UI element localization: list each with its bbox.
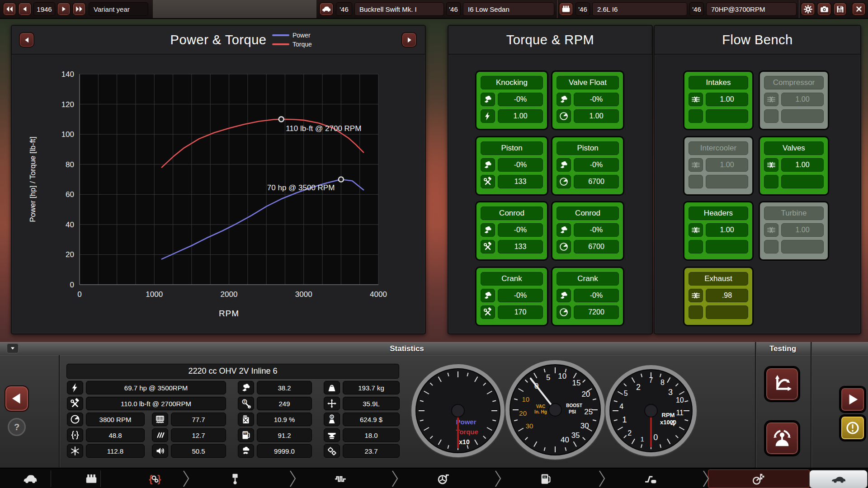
tab-engine-internals[interactable]: {} xyxy=(139,471,171,487)
statistics-label: Statistics xyxy=(371,343,443,355)
card-row: 1.00 xyxy=(764,93,824,106)
back-button[interactable] xyxy=(5,385,29,412)
stat-smoothness: 12.7 xyxy=(171,428,226,442)
stat-rpm: 3800 RPM xyxy=(86,413,145,426)
save-button[interactable] xyxy=(833,2,847,16)
next-year-button[interactable] xyxy=(57,2,71,16)
knock-icon xyxy=(483,291,493,300)
card-row: 1.00 xyxy=(689,158,748,172)
card-valve-float[interactable]: Valve Float-0%1.00 xyxy=(552,71,624,130)
emissions-icon xyxy=(241,446,251,456)
tab-exhaust[interactable] xyxy=(635,471,666,487)
card-turbine[interactable]: Turbine1.00 xyxy=(759,202,829,260)
tab-testing[interactable] xyxy=(743,471,774,487)
card-value: 1.00 xyxy=(781,93,824,106)
card-value: 1.00 xyxy=(706,158,748,172)
trim-name-field[interactable]: I6 Low Sedan xyxy=(463,2,554,16)
chevron-separator-icon xyxy=(183,469,190,488)
stat-bolt: 69.7 hp @ 3500RPM xyxy=(86,381,226,394)
rpm-icon-box xyxy=(557,109,571,123)
tab-bottom-end[interactable] xyxy=(219,471,251,487)
variant-year-value[interactable]: 1946 xyxy=(33,2,55,16)
warnings-button[interactable] xyxy=(840,415,865,441)
card-piston[interactable]: Piston-0%6700 xyxy=(552,136,624,195)
car-preview-button[interactable] xyxy=(809,470,868,488)
empty-value-box xyxy=(706,109,748,123)
prev-graph-button[interactable] xyxy=(19,32,34,47)
car-name-field[interactable]: Buckrell Swift Mk. I xyxy=(354,2,444,16)
svg-text:In. Hg: In. Hg xyxy=(534,409,547,414)
car-icon xyxy=(23,471,38,487)
big-left-icon xyxy=(10,392,24,405)
card-valves[interactable]: Valves1.00 xyxy=(759,136,829,195)
card-exhaust[interactable]: Exhaust.98 xyxy=(684,267,753,326)
dyno-flag-icon xyxy=(752,472,765,486)
card-row: -0% xyxy=(481,289,543,302)
prev-year-button[interactable] xyxy=(18,2,32,16)
stat-size: 35.9L xyxy=(343,397,400,410)
svg-text:}: } xyxy=(157,474,161,484)
tab-aspiration[interactable] xyxy=(427,471,459,487)
stat-fuel-can: 10.9 % xyxy=(257,413,312,426)
tab-car-design[interactable] xyxy=(14,471,46,487)
tab-engine-family[interactable] xyxy=(75,471,107,487)
turbo-icon xyxy=(436,472,450,486)
card-headers[interactable]: Headers1.00 xyxy=(684,202,753,260)
card-value: -0% xyxy=(574,289,619,302)
next-graph-button[interactable] xyxy=(401,32,417,47)
car-icon[interactable] xyxy=(319,2,334,16)
knock-icon-box xyxy=(557,289,571,302)
card-knocking[interactable]: Knocking-0%1.00 xyxy=(476,71,548,130)
engine-variant-name-field[interactable]: 70HP@3700RPM xyxy=(706,2,797,16)
svg-text:20: 20 xyxy=(581,390,590,399)
car-icon xyxy=(321,4,331,14)
card-conrod[interactable]: Conrod-0%6700 xyxy=(552,202,624,260)
size-icon xyxy=(326,398,337,409)
svg-text:15: 15 xyxy=(572,379,580,387)
rpm-sweep-button[interactable] xyxy=(765,421,799,455)
svg-text:110 lb-ft @ 2700 RPM: 110 lb-ft @ 2700 RPM xyxy=(286,124,361,133)
close-button[interactable] xyxy=(852,2,866,16)
card-row: -0% xyxy=(481,93,543,106)
help-button[interactable]: ? xyxy=(8,418,26,436)
card-piston[interactable]: Piston-0%133 xyxy=(476,136,548,195)
tab-valvetrain[interactable] xyxy=(325,471,356,487)
card-intercooler[interactable]: Intercooler1.00 xyxy=(684,136,753,195)
testing-label: Testing xyxy=(755,343,811,355)
advance-button[interactable] xyxy=(840,387,865,412)
last-year-button[interactable] xyxy=(72,2,86,16)
svg-text:8: 8 xyxy=(660,379,665,386)
stat-snowflake: 112.8 xyxy=(86,444,145,458)
flow-icon xyxy=(691,225,701,235)
weight-icon-box xyxy=(324,381,340,394)
svg-text:11: 11 xyxy=(676,409,684,417)
piston-icon xyxy=(228,472,242,486)
power-line-swatch xyxy=(272,34,289,36)
dyno-graph-button[interactable] xyxy=(765,367,799,401)
svg-text:10: 10 xyxy=(558,372,566,380)
card-crank[interactable]: Crank-0%170 xyxy=(476,267,548,326)
card-compressor[interactable]: Compressor1.00 xyxy=(759,71,829,130)
settings-button[interactable] xyxy=(801,2,815,16)
svg-text:120: 120 xyxy=(61,100,74,109)
svg-text:20: 20 xyxy=(66,250,74,259)
collapse-statistics-button[interactable] xyxy=(7,343,19,353)
card-value: 6700 xyxy=(574,175,619,188)
empty-icon-box xyxy=(689,175,703,188)
production-icon xyxy=(326,430,337,441)
card-intakes[interactable]: Intakes1.00 xyxy=(684,71,753,130)
smoothness-icon xyxy=(155,430,165,441)
snowflake-icon-box xyxy=(67,444,83,458)
first-year-button[interactable] xyxy=(3,2,16,16)
engine-icon[interactable] xyxy=(559,2,573,16)
chart-title: Power & Torque xyxy=(12,26,425,54)
card-row: 170 xyxy=(481,305,543,319)
rpm-sweep-icon xyxy=(772,428,793,449)
tab-fuel-system[interactable]: 91 xyxy=(530,471,561,487)
card-conrod[interactable]: Conrod-0%133 xyxy=(476,202,548,260)
tri-right-icon xyxy=(406,36,413,44)
engine-name-field[interactable]: 2.6L I6 xyxy=(592,2,687,16)
divider xyxy=(811,342,811,468)
card-crank[interactable]: Crank-0%7200 xyxy=(552,267,624,326)
photo-button[interactable] xyxy=(817,2,831,16)
